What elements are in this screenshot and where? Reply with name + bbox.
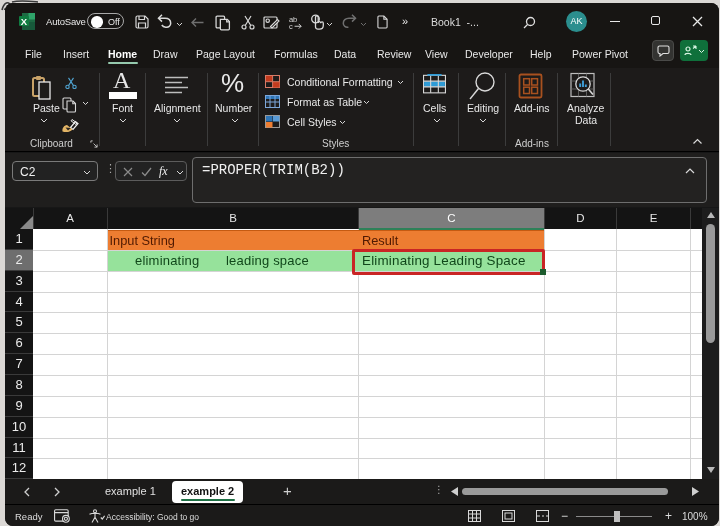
svg-text:c: c xyxy=(289,22,293,30)
svg-text:X: X xyxy=(21,16,28,27)
